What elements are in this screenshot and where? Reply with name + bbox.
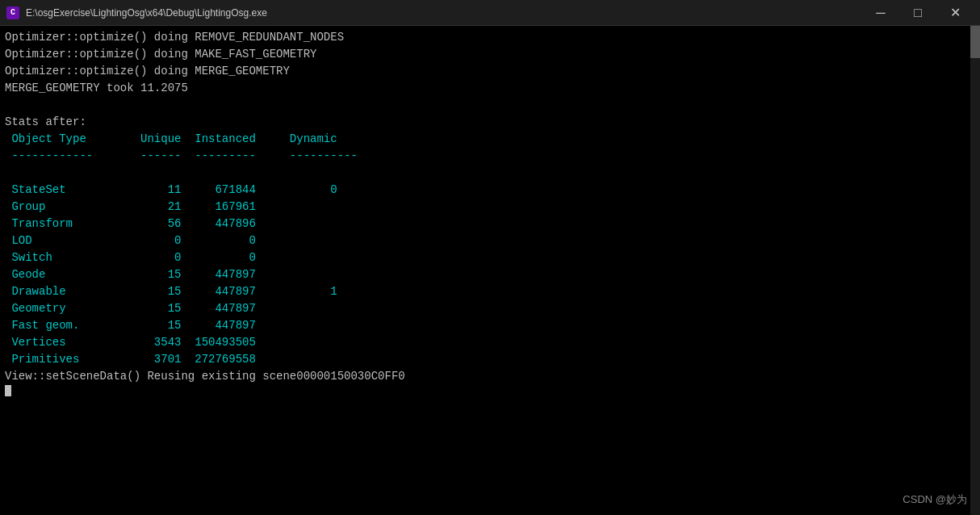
console-line: MERGE_GEOMETRY took 11.2075 <box>5 80 975 97</box>
console-line: Switch 0 0 <box>5 249 975 266</box>
cursor-line <box>5 385 975 396</box>
console-line: Optimizer::optimize() doing REMOVE_REDUN… <box>5 29 975 46</box>
title-bar-text: E:\osgExercise\LightingOsg\x64\Debug\Lig… <box>26 7 267 19</box>
minimize-button[interactable]: ─ <box>862 0 899 26</box>
console-line: LOD 0 0 <box>5 232 975 249</box>
console-line: ------------ ------ --------- ---------- <box>5 148 975 165</box>
cursor <box>5 385 11 396</box>
scrollbar-thumb[interactable] <box>970 26 980 58</box>
watermark: CSDN @妙为 <box>903 492 967 507</box>
app-icon: C <box>6 6 19 19</box>
console-line: Transform 56 447896 <box>5 216 975 232</box>
console-line <box>5 97 975 114</box>
console-line: Group 21 167961 <box>5 199 975 216</box>
title-bar-controls: ─ □ ✕ <box>862 0 974 26</box>
console-line: Drawable 15 447897 1 <box>5 283 975 300</box>
console-line: View::setSceneData() Reusing existing sc… <box>5 368 975 385</box>
scrollbar[interactable] <box>970 26 980 515</box>
console-area: Optimizer::optimize() doing REMOVE_REDUN… <box>0 26 980 515</box>
close-button[interactable]: ✕ <box>936 0 974 26</box>
title-bar-left: C E:\osgExercise\LightingOsg\x64\Debug\L… <box>6 6 267 19</box>
console-line: Stats after: <box>5 114 975 131</box>
title-bar: C E:\osgExercise\LightingOsg\x64\Debug\L… <box>0 0 980 26</box>
console-line: Optimizer::optimize() doing MAKE_FAST_GE… <box>5 46 975 63</box>
maximize-button[interactable]: □ <box>899 0 936 26</box>
console-line: StateSet 11 671844 0 <box>5 182 975 199</box>
console-line: Geode 15 447897 <box>5 266 975 283</box>
console-line <box>5 165 975 182</box>
console-line: Primitives 3701 272769558 <box>5 351 975 368</box>
console-line: Geometry 15 447897 <box>5 300 975 317</box>
console-line: Fast geom. 15 447897 <box>5 317 975 334</box>
console-line: Object Type Unique Instanced Dynamic <box>5 131 975 148</box>
console-line: Optimizer::optimize() doing MERGE_GEOMET… <box>5 63 975 80</box>
console-line: Vertices 3543 150493505 <box>5 334 975 351</box>
